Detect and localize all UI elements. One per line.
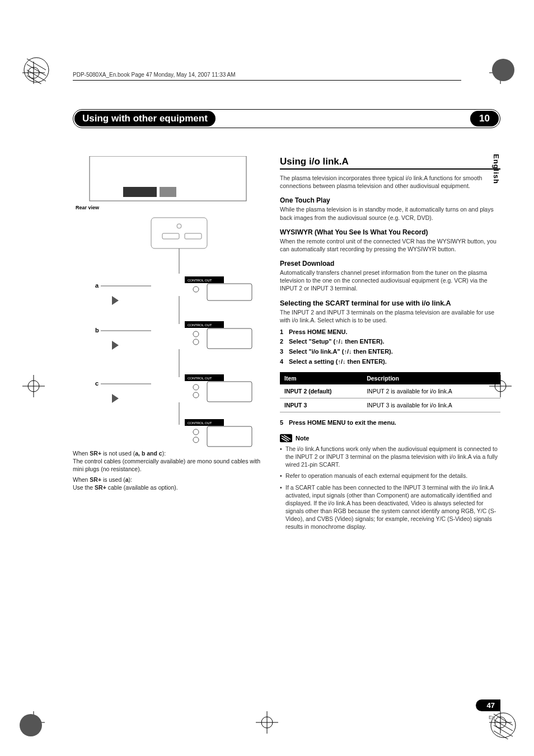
options-table: Item Description INPUT 2 (default) INPUT…	[280, 372, 500, 412]
svg-marker-43	[112, 341, 119, 350]
chapter-title: Using with other equipment	[74, 111, 216, 126]
crop-mark-icon	[256, 711, 278, 734]
svg-point-56	[193, 392, 199, 398]
svg-text:a: a	[95, 282, 99, 289]
sr-not-used-line: When SR+ is not used (a, b and c):	[73, 449, 263, 457]
svg-text:b: b	[95, 327, 99, 334]
svg-point-62	[193, 437, 199, 443]
note-bullets: The i/o link.A functions work only when …	[280, 445, 500, 531]
step-2: 2Select "Setup" (↑/↓ then ENTER).	[280, 337, 500, 347]
subheading-wysiwyr: WYSIWYR (What You See Is What You Record…	[280, 228, 500, 236]
procedure-steps: 1Press HOME MENU. 2Select "Setup" (↑/↓ t…	[280, 327, 500, 367]
language-tab: English	[492, 154, 500, 184]
svg-rect-27	[160, 187, 176, 197]
subheading-selecting-scart: Selecting the SCART terminal for use wit…	[280, 299, 500, 307]
selecting-scart-body: The INPUT 2 and INPUT 3 terminals on the…	[280, 308, 500, 324]
step-3: 3Select "i/o link.A" (↑/↓ then ENTER).	[280, 347, 500, 357]
svg-rect-63	[207, 426, 252, 447]
rear-connection-diagram: Rear view a CONTROL OUT	[73, 156, 263, 449]
svg-marker-35	[112, 296, 119, 305]
one-touch-play-body: While the plasma television is in standb…	[280, 205, 500, 221]
svg-rect-31	[185, 233, 202, 239]
note-item: The i/o link.A functions work only when …	[280, 445, 500, 469]
note-header: Note	[280, 434, 500, 443]
print-header-line: PDP-5080XA_En.book Page 47 Monday, May 1…	[73, 72, 236, 78]
page-number: 47	[476, 699, 500, 711]
subheading-one-touch-play: One Touch Play	[280, 196, 500, 204]
crop-mark-icon	[22, 375, 45, 397]
hatch-circle-icon	[22, 56, 50, 84]
svg-point-61	[193, 429, 199, 435]
note-label: Note	[296, 435, 309, 442]
svg-text:CONTROL OUT: CONTROL OUT	[188, 279, 212, 282]
iolink-intro: The plasma television incorporates three…	[280, 174, 500, 190]
th-description: Description	[362, 372, 500, 384]
svg-marker-52	[112, 394, 119, 403]
svg-point-46	[193, 331, 199, 337]
table-row: INPUT 3 INPUT 3 is available for i/o lin…	[280, 398, 500, 412]
svg-point-55	[193, 384, 199, 390]
svg-point-23	[492, 59, 514, 81]
note-item: Refer to operation manuals of each exter…	[280, 472, 500, 480]
svg-text:CONTROL OUT: CONTROL OUT	[188, 377, 212, 380]
svg-text:c: c	[95, 380, 99, 387]
svg-text:CONTROL OUT: CONTROL OUT	[188, 421, 212, 425]
svg-point-29	[177, 224, 181, 228]
sr-used-line: When SR+ is used (a):	[73, 476, 263, 483]
print-header-rule	[73, 80, 461, 81]
subheading-preset-download: Preset Download	[280, 260, 500, 267]
svg-point-47	[193, 339, 199, 345]
svg-point-38	[193, 287, 199, 292]
solid-circle-icon	[17, 711, 45, 739]
step-5: 5Press HOME MENU to exit the menu.	[280, 418, 500, 428]
solid-circle-icon	[489, 56, 517, 84]
note-item: If a SCART cable has been connected to t…	[280, 483, 500, 531]
rear-view-label: Rear view	[76, 205, 100, 210]
svg-text:CONTROL OUT: CONTROL OUT	[188, 323, 212, 327]
table-row: INPUT 2 (default) INPUT 2 is available f…	[280, 384, 500, 398]
svg-rect-26	[123, 187, 157, 197]
svg-rect-39	[207, 284, 252, 300]
svg-rect-30	[162, 233, 179, 239]
preset-download-body: Automatically transfers channel preset i…	[280, 269, 500, 293]
page-language-code: En	[489, 715, 495, 720]
wysiwyr-body: When the remote control unit of the conn…	[280, 237, 500, 253]
sr-not-used-body: The control cables (commercially availab…	[73, 457, 263, 473]
note-icon	[280, 434, 292, 443]
chapter-number: 10	[470, 111, 499, 126]
sr-used-body: Use the SR+ cable (available as option).	[73, 483, 263, 491]
svg-point-24	[20, 714, 42, 736]
th-item: Item	[280, 372, 362, 384]
section-heading-iolink: Using i/o link.A	[280, 156, 500, 170]
step-1: 1Press HOME MENU.	[280, 327, 500, 337]
chapter-bar: Using with other equipment 10	[73, 109, 500, 128]
svg-rect-48	[207, 328, 252, 349]
svg-rect-57	[207, 382, 252, 402]
step-4: 4Select a setting (↑/↓ then ENTER).	[280, 357, 500, 367]
